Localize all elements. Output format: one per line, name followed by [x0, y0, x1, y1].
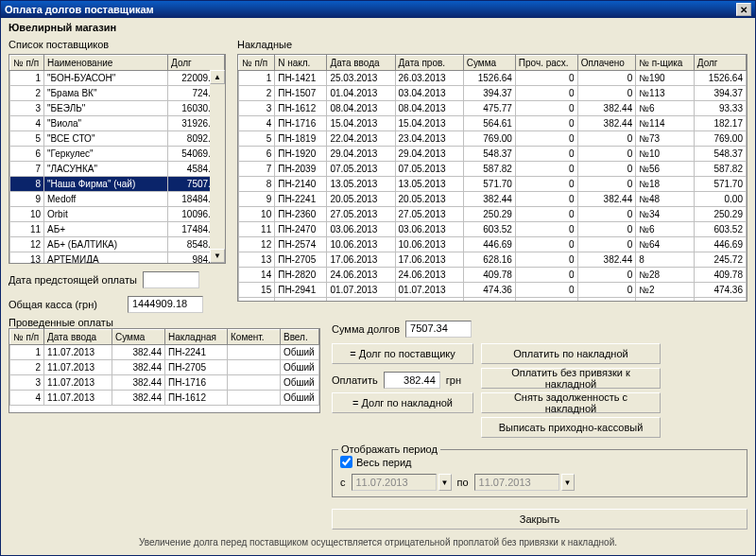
debt-by-supplier-button[interactable]: = Долг по поставщику: [332, 343, 473, 364]
table-row[interactable]: 3ПН-161208.04.201308.04.2013475.770382.4…: [239, 101, 747, 116]
window: Оплата долгов поставщикам ✕ Ювелирный ма…: [0, 0, 756, 556]
col-header[interactable]: Комент.: [228, 330, 281, 345]
period-from-label: с: [340, 477, 346, 488]
table-row[interactable]: 5"ВСЕ СТО"8092.91: [10, 131, 225, 147]
table-row[interactable]: 2ПН-150701.04.201303.04.2013394.3700№113…: [239, 86, 747, 101]
col-header[interactable]: Дата пров.: [395, 56, 463, 71]
footer-note: Увеличение долга перед поставщиком осуще…: [9, 533, 747, 549]
remove-debt-button[interactable]: Снять задолженность с накладной: [481, 392, 661, 413]
table-row[interactable]: 6"Геркулес"54069.01: [10, 147, 225, 162]
table-row[interactable]: 211.07.2013382.44ПН-2705Обший: [10, 360, 319, 375]
suppliers-table[interactable]: № п/п Наименование Долг 1"БОН-БУАСОН"220…: [9, 54, 226, 264]
period-all-label: Весь перид: [356, 457, 412, 468]
col-header[interactable]: Оплачено: [577, 56, 636, 71]
debt-by-invoice-button[interactable]: = Долг по накладной: [332, 392, 473, 413]
table-row[interactable]: 4"Виола"31926.63: [10, 116, 225, 131]
table-row[interactable]: 14ПН-282024.06.201324.06.2013409.7800№28…: [239, 268, 747, 283]
next-payment-label: Дата предстоящей оплаты: [9, 274, 137, 286]
table-row[interactable]: 111.07.2013382.44ПН-2241Обший: [10, 345, 319, 360]
period-to-label: по: [457, 477, 469, 488]
table-row[interactable]: 7"ЛАСУНКА"4584.16: [10, 162, 225, 177]
col-header[interactable]: № п/п: [239, 56, 275, 71]
period-from-input: [352, 474, 437, 491]
window-title: Оплата долгов поставщикам: [5, 4, 154, 15]
col-header[interactable]: Дата ввода: [327, 56, 395, 71]
col-header[interactable]: N накл.: [275, 56, 327, 71]
dropdown-icon[interactable]: ▼: [438, 474, 452, 491]
period-all-checkbox[interactable]: [340, 456, 352, 468]
col-header[interactable]: № п/п: [10, 330, 44, 345]
col-header[interactable]: Долг: [694, 56, 746, 71]
table-row[interactable]: 411.07.2013382.44ПН-1612Обший: [10, 391, 319, 406]
debt-sum-value: 7507.34: [405, 321, 472, 338]
suppliers-scrollbar[interactable]: ▲ ▼: [210, 70, 225, 263]
table-row[interactable]: 311.07.2013382.44ПН-1716Обший: [10, 375, 319, 391]
table-row[interactable]: 13ПН-270517.06.201317.06.2013628.160382.…: [239, 252, 747, 268]
table-row[interactable]: 2"Брама ВК"724.80: [10, 86, 225, 101]
total-cash-value: 1444909.18: [128, 296, 203, 313]
table-row[interactable]: 8"Наша Фирма" (чай)7507.34: [10, 177, 225, 192]
col-n[interactable]: № п/п: [10, 56, 44, 71]
debt-sum-label: Сумма долгов: [332, 323, 400, 335]
table-row[interactable]: 1"БОН-БУАСОН"22009.10: [10, 71, 225, 86]
pay-no-invoice-button[interactable]: Оплатить без привязки к накладной: [481, 368, 661, 389]
col-name[interactable]: Наименование: [44, 56, 168, 71]
pay-input[interactable]: [384, 372, 440, 389]
table-row[interactable]: 12АБ+ (БАЛТИКА)8548.92: [10, 237, 225, 252]
table-row[interactable]: 13АРТЕМИДА984.27: [10, 252, 225, 264]
table-row[interactable]: 4ПН-171615.04.201315.04.2013564.610382.4…: [239, 116, 747, 131]
col-debt[interactable]: Долг: [168, 56, 225, 71]
table-row[interactable]: 12ПН-257410.06.201310.06.2013446.6900№64…: [239, 237, 747, 252]
suppliers-label: Список поставщиков: [9, 39, 226, 50]
payments-table[interactable]: № п/пДата вводаСуммаНакладнаяКомент.Ввел…: [9, 328, 320, 413]
scroll-up-icon[interactable]: ▲: [210, 70, 225, 84]
table-row[interactable]: 16ПН-305308.07.201308.07.2013403.5800№41…: [239, 298, 747, 302]
pay-label: Оплатить: [332, 374, 378, 386]
receipt-button[interactable]: Выписать приходно-кассовый: [481, 417, 661, 438]
pay-by-invoice-button[interactable]: Оплатить по накладной: [481, 343, 661, 364]
table-row[interactable]: 10Orbit10096.14: [10, 207, 225, 222]
subtitle: Ювелирный магазин: [1, 18, 755, 35]
table-row[interactable]: 8ПН-214013.05.201313.05.2013571.7000№185…: [239, 177, 747, 192]
scroll-down-icon[interactable]: ▼: [210, 249, 225, 263]
table-row[interactable]: 3"БЕЭЛЬ"16030.45: [10, 101, 225, 116]
period-title: Отображать период: [338, 443, 440, 455]
table-row[interactable]: 9Medoff18484.70: [10, 192, 225, 207]
col-header[interactable]: Проч. расх.: [515, 56, 577, 71]
col-header[interactable]: Сумма: [463, 56, 515, 71]
close-icon[interactable]: ✕: [736, 3, 751, 16]
total-cash-label: Общая касса (грн): [9, 299, 122, 310]
invoices-table[interactable]: № п/пN накл.Дата вводаДата пров.СуммаПро…: [237, 54, 747, 302]
period-to-input: [474, 474, 559, 491]
col-header[interactable]: № п-щика: [636, 56, 695, 71]
dropdown-icon[interactable]: ▼: [561, 474, 575, 491]
table-row[interactable]: 11ПН-247003.06.201303.06.2013603.5200№66…: [239, 222, 747, 237]
table-row[interactable]: 10ПН-236027.05.201327.05.2013250.2900№34…: [239, 207, 747, 222]
close-button[interactable]: Закрыть: [332, 509, 747, 530]
next-payment-input[interactable]: [143, 271, 199, 288]
table-row[interactable]: 7ПН-203907.05.201307.05.2013587.8200№565…: [239, 162, 747, 177]
table-row[interactable]: 5ПН-181922.04.201323.04.2013769.0000№737…: [239, 131, 747, 147]
payments-label: Проведенные оплаты: [9, 317, 320, 328]
col-header[interactable]: Сумма: [112, 330, 165, 345]
table-row[interactable]: 11АБ+17484.10: [10, 222, 225, 237]
titlebar: Оплата долгов поставщикам ✕: [1, 1, 755, 18]
col-header[interactable]: Ввел.: [281, 330, 319, 345]
table-row[interactable]: 1ПН-142125.03.201326.03.20131526.6400№19…: [239, 71, 747, 86]
pay-unit: грн: [446, 374, 461, 386]
invoices-label: Накладные: [237, 39, 747, 50]
table-row[interactable]: 9ПН-224120.05.201320.05.2013382.440382.4…: [239, 192, 747, 207]
table-row[interactable]: 6ПН-192029.04.201329.04.2013548.3700№105…: [239, 147, 747, 162]
col-header[interactable]: Накладная: [165, 330, 228, 345]
period-group: Отображать период Весь перид с ▼ по ▼: [332, 449, 747, 497]
col-header[interactable]: Дата ввода: [44, 330, 112, 345]
table-row[interactable]: 15ПН-294101.07.201301.07.2013474.3600№24…: [239, 283, 747, 298]
